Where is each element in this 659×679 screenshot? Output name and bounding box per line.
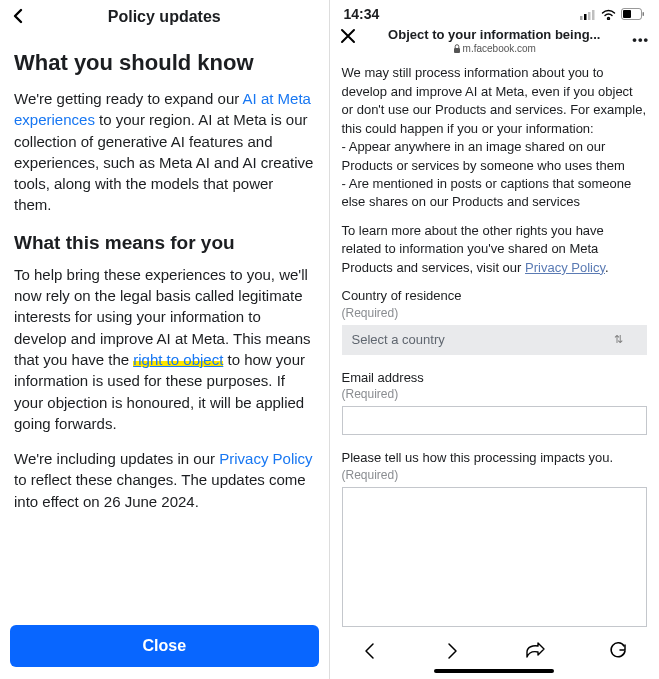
back-icon[interactable] <box>10 8 26 24</box>
privacy-policy-link-left[interactable]: Privacy Policy <box>219 450 312 467</box>
left-header-title: Policy updates <box>108 8 221 26</box>
nav-forward-icon[interactable] <box>442 641 462 661</box>
email-required: (Required) <box>342 386 648 402</box>
battery-icon <box>621 8 645 20</box>
lock-icon <box>453 44 461 53</box>
home-indicator <box>434 669 554 673</box>
select-caret-icon: ⇅ <box>614 332 623 347</box>
legal-basis-paragraph: To help bring these experiences to you, … <box>14 264 315 434</box>
close-button[interactable]: Close <box>10 625 319 667</box>
browser-header: Object to your information being... m.fa… <box>330 22 660 56</box>
privacy-policy-link-right[interactable]: Privacy Policy <box>525 260 605 275</box>
status-time: 14:34 <box>344 6 380 22</box>
form-body: We may still process information about y… <box>330 56 660 631</box>
nav-back-icon[interactable] <box>360 641 380 661</box>
email-label: Email address <box>342 369 648 387</box>
left-header: Policy updates <box>0 0 329 32</box>
intro-paragraph: We're getting ready to expand our AI at … <box>14 88 315 216</box>
heading-what-you-should-know: What you should know <box>14 50 315 76</box>
policy-updates-screen: Policy updates What you should know We'r… <box>0 0 330 679</box>
status-icons <box>580 8 645 20</box>
svg-rect-6 <box>643 12 645 16</box>
svg-rect-5 <box>623 10 631 18</box>
impact-required: (Required) <box>342 467 648 483</box>
country-select[interactable]: Select a country ⇅ <box>342 325 648 355</box>
impact-textarea[interactable] <box>342 487 648 627</box>
email-field[interactable] <box>342 406 648 435</box>
close-icon[interactable] <box>340 28 356 44</box>
svg-rect-3 <box>592 10 595 20</box>
processing-info-paragraph: We may still process information about y… <box>342 64 648 212</box>
privacy-policy-paragraph: We're including updates in our Privacy P… <box>14 448 315 512</box>
domain-label: m.facebook.com <box>388 43 600 54</box>
left-body: What you should know We're getting ready… <box>0 32 329 619</box>
browser-bottom-nav <box>330 631 660 665</box>
right-to-object-link[interactable]: right to object <box>133 351 223 368</box>
more-icon[interactable]: ••• <box>632 32 649 47</box>
svg-rect-7 <box>454 48 460 53</box>
wifi-icon <box>601 9 616 20</box>
svg-rect-0 <box>580 16 583 20</box>
svg-rect-1 <box>584 14 587 20</box>
country-required: (Required) <box>342 305 648 321</box>
svg-rect-2 <box>588 12 591 20</box>
page-title: Object to your information being... <box>388 28 600 42</box>
heading-what-this-means: What this means for you <box>14 232 315 254</box>
impact-label: Please tell us how this processing impac… <box>342 449 648 467</box>
country-label: Country of residence <box>342 287 648 305</box>
status-bar: 14:34 <box>330 0 660 22</box>
signal-icon <box>580 9 596 20</box>
objection-form-screen: 14:34 Object to your information being..… <box>330 0 660 679</box>
other-rights-paragraph: To learn more about the other rights you… <box>342 222 648 277</box>
reload-icon[interactable] <box>608 641 628 661</box>
share-icon[interactable] <box>524 641 546 661</box>
